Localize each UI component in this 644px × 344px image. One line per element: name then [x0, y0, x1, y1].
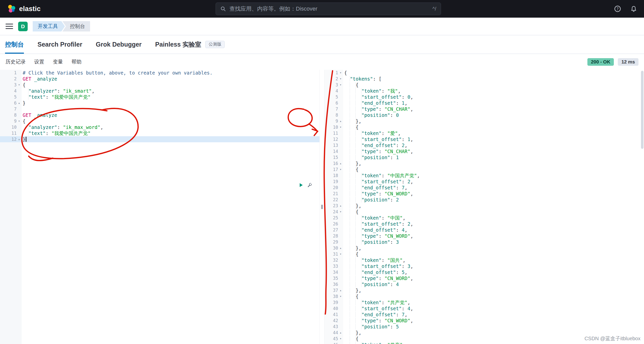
toolbar-settings-button[interactable]: 设置 [34, 58, 44, 65]
toolbar-help-button[interactable]: 帮助 [71, 58, 82, 65]
deployment-avatar[interactable]: D [18, 22, 28, 31]
code-line: 25 "token": "中国", [325, 215, 644, 221]
fold-toggle-icon[interactable]: ▴ [338, 330, 343, 336]
code-text: { [343, 70, 347, 76]
code-text: "position": 3 [343, 239, 399, 245]
play-icon [299, 183, 304, 188]
fold-toggle-icon[interactable]: ▾ [338, 76, 343, 82]
fold-toggle-icon[interactable]: ▴ [338, 287, 343, 293]
fold-spacer [338, 221, 343, 227]
line-number: 5 [0, 94, 17, 100]
code-text: # Click the Variables button, above, to … [22, 70, 213, 76]
fold-toggle-icon[interactable]: ▾ [17, 82, 22, 88]
fold-toggle-icon[interactable]: ▾ [338, 70, 343, 76]
line-number: 3 [325, 82, 338, 88]
fold-toggle-icon[interactable]: ▴ [338, 245, 343, 251]
code-line: 10 "analyzer": "ik_max_word", [0, 124, 319, 130]
logo-text: elastic [19, 5, 41, 13]
fold-spacer [338, 239, 343, 245]
fold-toggle-icon[interactable]: ▾ [338, 209, 343, 215]
fold-toggle-icon[interactable]: ▾ [17, 118, 22, 124]
search-icon [220, 6, 226, 12]
code-line: 29 "position": 3 [325, 239, 644, 245]
line-number: 9 [325, 118, 338, 124]
fold-toggle-icon[interactable]: ▴ [17, 100, 22, 106]
line-number: 28 [325, 233, 338, 239]
tab-grok-debugger[interactable]: Grok Debugger [96, 35, 142, 54]
request-options-wrench-button[interactable] [307, 182, 312, 188]
fold-toggle-icon[interactable]: ▾ [338, 82, 343, 88]
response-viewer[interactable]: 1▾{2▾ "tokens": [3▾ {4 "token": "我",5 "s… [325, 70, 644, 344]
line-number: 4 [0, 88, 17, 94]
breadcrumb-console[interactable]: 控制台 [62, 21, 90, 31]
fold-spacer [17, 124, 22, 130]
line-number: 11 [0, 130, 17, 136]
code-text: { [343, 251, 358, 257]
send-request-button[interactable] [298, 182, 304, 188]
code-text: "start_offset": 0, [343, 94, 413, 100]
fold-toggle-icon[interactable]: ▴ [338, 203, 343, 209]
fold-spacer [17, 76, 22, 82]
toolbar-variables-button[interactable]: 变量 [53, 58, 63, 65]
code-line: 12 "start_offset": 1, [325, 136, 644, 142]
line-number: 6 [0, 100, 17, 106]
response-scrollbar-thumb[interactable] [641, 71, 643, 149]
response-scrollbar-track [641, 71, 643, 343]
line-number: 12 [325, 136, 338, 142]
elastic-logo[interactable]: elastic [7, 4, 41, 13]
code-text: "position": 2 [343, 197, 399, 203]
code-line: 38▾ { [325, 293, 644, 299]
help-icon[interactable]: ? [614, 5, 621, 13]
fold-toggle-icon[interactable]: ▴ [338, 118, 343, 124]
notifications-bell-icon[interactable] [630, 5, 637, 13]
toolbar-history-button[interactable]: 历史记录 [6, 58, 26, 65]
search-shortcut-hint: ^/ [432, 6, 436, 12]
tab-console[interactable]: 控制台 [5, 35, 24, 54]
code-line: 40 "start_offset": 4, [325, 305, 644, 312]
fold-toggle-icon[interactable]: ▾ [338, 166, 343, 173]
fold-spacer [338, 263, 343, 269]
request-editor[interactable]: 1# Click the Variables button, above, to… [0, 70, 319, 142]
code-line: 10▾ { [325, 124, 644, 130]
code-line: 3▾ { [325, 82, 644, 88]
code-text: "text": "我爱中国共产党" [22, 130, 91, 136]
code-text: "end_offset": 4, [343, 227, 408, 233]
response-time-badge: 12 ms [618, 58, 638, 66]
line-number: 33 [325, 263, 338, 269]
elastic-logo-mark [7, 4, 16, 13]
fold-spacer [338, 318, 343, 324]
code-text: "start_offset": 4, [343, 305, 413, 312]
code-line: 1# Click the Variables button, above, to… [0, 70, 319, 76]
fold-toggle-icon[interactable]: ▾ [338, 124, 343, 130]
fold-spacer [338, 106, 343, 112]
code-text: "token": "国共", [343, 257, 406, 263]
line-number: 21 [325, 191, 338, 197]
fold-spacer [338, 227, 343, 233]
code-line: 11 "token": "爱", [325, 130, 644, 136]
line-number: 17 [325, 166, 338, 173]
fold-toggle-icon[interactable]: ▾ [338, 336, 343, 342]
fold-toggle-icon[interactable]: ▴ [17, 136, 22, 142]
global-search-input[interactable]: 查找应用、内容等。例如：Discover ^/ [216, 3, 441, 15]
line-number: 9 [0, 118, 17, 124]
line-number: 46 [325, 342, 338, 344]
fold-toggle-icon[interactable]: ▾ [338, 251, 343, 257]
tab-painless-lab[interactable]: Painless 实验室公测版 [155, 35, 225, 54]
code-line: 20 "end_offset": 7, [325, 185, 644, 191]
fold-spacer [338, 342, 343, 344]
code-line: 8 "position": 0 [325, 112, 644, 118]
code-line: 35 "type": "CN_WORD", [325, 275, 644, 281]
code-line: 9▾{ [0, 118, 319, 124]
tab-search-profiler[interactable]: Search Profiler [37, 35, 82, 54]
code-line: 33 "start_offset": 3, [325, 263, 644, 269]
code-line: 32 "token": "国共", [325, 257, 644, 263]
panel-resize-handle[interactable]: ‖ [319, 70, 325, 344]
fold-toggle-icon[interactable]: ▾ [338, 293, 343, 299]
code-line: 15 "position": 1 [325, 154, 644, 160]
code-text: "position": 4 [343, 281, 399, 287]
breadcrumb-dev-tools[interactable]: 开发工具 [33, 21, 65, 31]
menu-hamburger-icon[interactable] [6, 24, 13, 29]
fold-toggle-icon[interactable]: ▴ [338, 160, 343, 166]
fold-spacer [338, 281, 343, 287]
line-number: 22 [325, 197, 338, 203]
